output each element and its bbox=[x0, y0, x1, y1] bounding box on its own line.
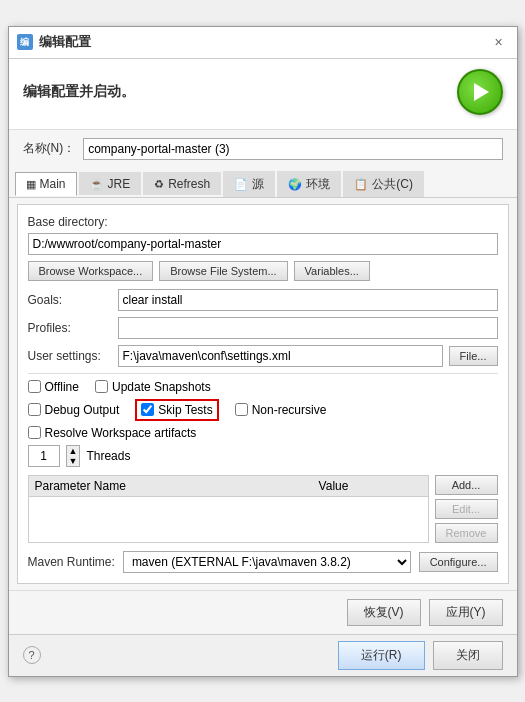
param-table: Parameter Name Value bbox=[29, 476, 428, 537]
threads-label: Threads bbox=[86, 449, 130, 463]
tab-jre[interactable]: ☕ JRE bbox=[79, 172, 142, 195]
main-content-area: Base directory: Browse Workspace... Brow… bbox=[17, 204, 509, 584]
profiles-input[interactable] bbox=[118, 317, 498, 339]
param-col2-header: Value bbox=[313, 476, 428, 497]
resolve-workspace-checkbox[interactable] bbox=[28, 426, 41, 439]
update-snapshots-checkbox[interactable] bbox=[95, 380, 108, 393]
checkbox-row-3: Resolve Workspace artifacts bbox=[28, 426, 498, 440]
source-tab-icon: 📄 bbox=[234, 178, 248, 191]
offline-checkbox[interactable] bbox=[28, 380, 41, 393]
user-settings-label: User settings: bbox=[28, 349, 118, 363]
dialog-header: 编辑配置并启动。 bbox=[9, 59, 517, 130]
tab-refresh[interactable]: ♻ Refresh bbox=[143, 172, 221, 195]
base-dir-section: Base directory: Browse Workspace... Brow… bbox=[28, 215, 498, 281]
base-dir-input[interactable] bbox=[28, 233, 498, 255]
tab-main[interactable]: ▦ Main bbox=[15, 172, 77, 196]
tab-refresh-label: Refresh bbox=[168, 177, 210, 191]
play-triangle-icon bbox=[474, 83, 489, 101]
file-button[interactable]: File... bbox=[449, 346, 498, 366]
title-bar: 编 编辑配置 × bbox=[9, 27, 517, 59]
tab-source[interactable]: 📄 源 bbox=[223, 171, 275, 197]
tabs-bar: ▦ Main ☕ JRE ♻ Refresh 📄 源 🌍 环境 📋 公共(C) bbox=[9, 168, 517, 198]
dialog-icon: 编 bbox=[17, 34, 33, 50]
param-add-button[interactable]: Add... bbox=[435, 475, 498, 495]
threads-spinner: 1 bbox=[28, 445, 60, 467]
name-input[interactable] bbox=[83, 138, 502, 160]
browse-filesystem-button[interactable]: Browse File System... bbox=[159, 261, 287, 281]
param-col1-header: Parameter Name bbox=[29, 476, 313, 497]
param-edit-button[interactable]: Edit... bbox=[435, 499, 498, 519]
tab-env-label: 环境 bbox=[306, 176, 330, 193]
run-button[interactable]: 运行(R) bbox=[338, 641, 425, 670]
threads-row: 1 ▲ ▼ Threads bbox=[28, 445, 498, 467]
footer-action-buttons: 运行(R) 关闭 bbox=[338, 641, 503, 670]
param-table-container: Parameter Name Value bbox=[28, 475, 429, 543]
goals-label: Goals: bbox=[28, 293, 118, 307]
non-recursive-checkbox[interactable] bbox=[235, 403, 248, 416]
user-settings-row: User settings: File... bbox=[28, 345, 498, 367]
non-recursive-label: Non-recursive bbox=[252, 403, 327, 417]
env-tab-icon: 🌍 bbox=[288, 178, 302, 191]
tab-source-label: 源 bbox=[252, 176, 264, 193]
dialog-title: 编辑配置 bbox=[39, 33, 91, 51]
threads-value: 1 bbox=[40, 449, 47, 463]
debug-output-checkbox-label[interactable]: Debug Output bbox=[28, 403, 120, 417]
apply-button[interactable]: 应用(Y) bbox=[429, 599, 503, 626]
bottom-btns-row: 恢复(V) 应用(Y) bbox=[9, 590, 517, 634]
divider-1 bbox=[28, 373, 498, 374]
common-tab-icon: 📋 bbox=[354, 178, 368, 191]
checkbox-row-2: Debug Output Skip Tests Non-recursive bbox=[28, 399, 498, 421]
help-button[interactable]: ? bbox=[23, 646, 41, 664]
title-bar-left: 编 编辑配置 bbox=[17, 33, 91, 51]
tab-common-label: 公共(C) bbox=[372, 176, 413, 193]
runtime-select[interactable]: maven (EXTERNAL F:\java\maven 3.8.2) bbox=[123, 551, 411, 573]
threads-up-icon: ▲ bbox=[69, 446, 78, 456]
update-snapshots-label: Update Snapshots bbox=[112, 380, 211, 394]
tab-env[interactable]: 🌍 环境 bbox=[277, 171, 341, 197]
configure-button[interactable]: Configure... bbox=[419, 552, 498, 572]
param-empty-cell bbox=[29, 496, 428, 537]
non-recursive-checkbox-label[interactable]: Non-recursive bbox=[235, 403, 327, 417]
threads-stepper[interactable]: ▲ ▼ bbox=[66, 445, 81, 467]
goals-row: Goals: bbox=[28, 289, 498, 311]
debug-output-label: Debug Output bbox=[45, 403, 120, 417]
param-table-empty-row bbox=[29, 496, 428, 537]
checkbox-row-1: Offline Update Snapshots bbox=[28, 380, 498, 394]
update-snapshots-checkbox-label[interactable]: Update Snapshots bbox=[95, 380, 211, 394]
variables-button[interactable]: Variables... bbox=[294, 261, 370, 281]
offline-label: Offline bbox=[45, 380, 79, 394]
user-settings-input[interactable] bbox=[118, 345, 443, 367]
name-row: 名称(N)： bbox=[9, 130, 517, 168]
debug-output-checkbox[interactable] bbox=[28, 403, 41, 416]
name-label: 名称(N)： bbox=[23, 140, 76, 157]
run-play-button[interactable] bbox=[457, 69, 503, 115]
tab-common[interactable]: 📋 公共(C) bbox=[343, 171, 424, 197]
edit-config-dialog: 编 编辑配置 × 编辑配置并启动。 名称(N)： ▦ Main ☕ JRE ♻ … bbox=[8, 26, 518, 677]
profiles-row: Profiles: bbox=[28, 317, 498, 339]
param-table-wrapper: Parameter Name Value Add... Edit... Remo… bbox=[28, 475, 498, 543]
restore-button[interactable]: 恢复(V) bbox=[347, 599, 421, 626]
refresh-tab-icon: ♻ bbox=[154, 178, 164, 191]
close-title-button[interactable]: × bbox=[489, 32, 509, 52]
browse-workspace-button[interactable]: Browse Workspace... bbox=[28, 261, 154, 281]
skip-tests-highlight-box: Skip Tests bbox=[135, 399, 218, 421]
param-remove-button[interactable]: Remove bbox=[435, 523, 498, 543]
tab-main-label: Main bbox=[40, 177, 66, 191]
help-icon: ? bbox=[28, 649, 34, 661]
goals-input[interactable] bbox=[118, 289, 498, 311]
skip-tests-checkbox-label[interactable]: Skip Tests bbox=[141, 403, 212, 417]
skip-tests-label: Skip Tests bbox=[158, 403, 212, 417]
footer-row: ? 运行(R) 关闭 bbox=[9, 634, 517, 676]
skip-tests-checkbox[interactable] bbox=[141, 403, 154, 416]
dialog-subtitle: 编辑配置并启动。 bbox=[23, 83, 135, 101]
runtime-label: Maven Runtime: bbox=[28, 555, 115, 569]
jre-tab-icon: ☕ bbox=[90, 178, 104, 191]
runtime-row: Maven Runtime: maven (EXTERNAL F:\java\m… bbox=[28, 551, 498, 573]
offline-checkbox-label[interactable]: Offline bbox=[28, 380, 79, 394]
base-dir-label: Base directory: bbox=[28, 215, 498, 229]
tab-jre-label: JRE bbox=[108, 177, 131, 191]
threads-down-icon: ▼ bbox=[69, 456, 78, 466]
browse-buttons-row: Browse Workspace... Browse File System..… bbox=[28, 261, 498, 281]
close-dialog-button[interactable]: 关闭 bbox=[433, 641, 503, 670]
resolve-workspace-checkbox-label[interactable]: Resolve Workspace artifacts bbox=[28, 426, 197, 440]
